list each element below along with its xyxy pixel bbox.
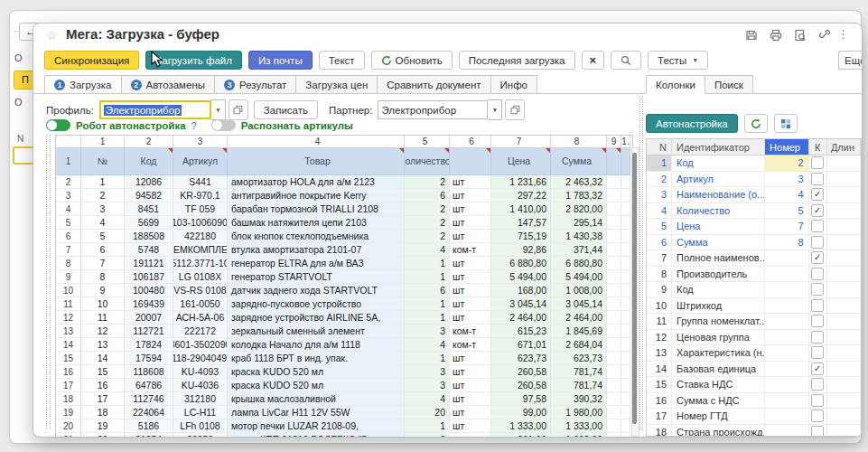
- toolbar-button-5[interactable]: Обновить: [371, 51, 453, 70]
- qty-cell[interactable]: 1: [405, 297, 450, 311]
- code-cell[interactable]: 118608: [125, 365, 173, 379]
- row-number-cell[interactable]: 18: [56, 392, 81, 406]
- sum-cell[interactable]: 3 045,14: [551, 297, 607, 311]
- price-cell[interactable]: 623,73: [491, 352, 551, 365]
- column-header[interactable]: Цена: [491, 148, 551, 175]
- num-cell[interactable]: 5: [81, 230, 125, 243]
- article-cell[interactable]: KU-4036: [173, 379, 228, 392]
- checkbox[interactable]: [811, 426, 824, 437]
- product-cell[interactable]: зарядно-пусковое устройство: [228, 297, 405, 311]
- panel-tab-1[interactable]: Колонки: [646, 75, 705, 94]
- empty-cell[interactable]: [621, 338, 630, 352]
- row-number-cell[interactable]: 9: [56, 270, 81, 284]
- identifier-cell[interactable]: Страна происхожд...: [672, 425, 765, 438]
- empty-cell[interactable]: [607, 392, 621, 406]
- number-cell[interactable]: 8: [765, 235, 808, 251]
- empty-cell[interactable]: [621, 243, 630, 257]
- price-cell[interactable]: 715,19: [491, 230, 551, 243]
- product-cell[interactable]: краска KUDO 520 мл: [228, 379, 405, 392]
- number-cell[interactable]: [765, 330, 808, 346]
- price-cell[interactable]: 168,00: [491, 284, 551, 297]
- empty-cell[interactable]: [621, 419, 630, 433]
- num-cell[interactable]: 11: [81, 311, 125, 325]
- code-cell[interactable]: 112746: [125, 392, 173, 406]
- product-cell[interactable]: мотор печки LUZAR 2108-09,: [228, 419, 405, 433]
- code-cell[interactable]: 17824: [125, 338, 173, 352]
- checkbox-header[interactable]: К: [809, 139, 827, 155]
- row-number-cell[interactable]: 3: [56, 189, 81, 202]
- sum-cell[interactable]: 2 684,04: [551, 338, 607, 352]
- column-header[interactable]: Товар: [228, 148, 405, 175]
- sum-cell[interactable]: 371,44: [551, 243, 607, 257]
- qty-cell[interactable]: 2: [405, 216, 450, 230]
- length-cell[interactable]: [827, 187, 861, 203]
- identifier-cell[interactable]: Группа номенклат...: [672, 314, 765, 330]
- product-cell[interactable]: башмак натяжителя цепи 2103: [228, 216, 405, 230]
- column-number[interactable]: 9: [607, 136, 621, 148]
- more-button[interactable]: Ещё: [838, 51, 862, 70]
- column-number[interactable]: 6: [450, 136, 491, 148]
- code-cell[interactable]: 31354: [125, 433, 173, 438]
- empty-cell[interactable]: [607, 433, 621, 438]
- toolbar-button-3[interactable]: Из почты: [248, 51, 313, 70]
- article-cell[interactable]: 1118-2904049Р: [173, 352, 228, 365]
- price-cell[interactable]: 2 464,00: [491, 311, 551, 325]
- tab-4[interactable]: Загрузка цен: [296, 75, 378, 94]
- qty-cell[interactable]: 3: [405, 325, 450, 338]
- number-cell[interactable]: [765, 282, 808, 298]
- product-cell[interactable]: краб 1118 БРТ в инд. упак.: [228, 352, 405, 365]
- length-cell[interactable]: [827, 345, 861, 362]
- code-cell[interactable]: 112721: [125, 325, 173, 338]
- length-cell[interactable]: [827, 330, 861, 346]
- number-cell[interactable]: [765, 425, 808, 438]
- num-cell[interactable]: 10: [81, 297, 125, 311]
- unit-cell[interactable]: ком-т: [450, 338, 491, 352]
- qty-cell[interactable]: 20: [405, 406, 450, 419]
- sum-cell[interactable]: 1 333,00: [551, 419, 607, 433]
- code-cell[interactable]: 100480: [125, 284, 173, 297]
- length-cell[interactable]: [827, 250, 861, 267]
- sum-cell[interactable]: 5 494,00: [551, 270, 607, 284]
- n-cell[interactable]: 10: [647, 298, 672, 315]
- price-cell[interactable]: 1 410,00: [491, 202, 551, 216]
- code-cell[interactable]: 191121: [125, 257, 173, 270]
- identifier-cell[interactable]: Ставка НДС: [672, 377, 765, 393]
- column-number[interactable]: 1.: [621, 136, 630, 148]
- identifier-cell[interactable]: Базовая единица: [672, 362, 765, 378]
- empty-cell[interactable]: [621, 433, 630, 438]
- product-cell[interactable]: барабан тормозной TRIALLI 2108: [228, 202, 405, 216]
- preview-icon[interactable]: [794, 29, 807, 42]
- checkbox[interactable]: [811, 331, 824, 344]
- num-cell[interactable]: 16: [81, 379, 125, 392]
- length-cell[interactable]: [827, 172, 861, 188]
- num-cell[interactable]: 2: [81, 189, 125, 202]
- product-cell[interactable]: генератор STARTVOLT: [228, 270, 405, 284]
- toolbar-button-1[interactable]: Синхронизация: [44, 51, 139, 70]
- n-cell[interactable]: 14: [647, 362, 672, 378]
- empty-cell[interactable]: [607, 311, 621, 325]
- identifier-cell[interactable]: Сумма: [672, 235, 765, 251]
- price-cell[interactable]: 6 880,80: [491, 257, 551, 270]
- unit-cell[interactable]: шт: [450, 216, 491, 230]
- empty-cell[interactable]: [621, 392, 630, 406]
- sum-cell[interactable]: 390,32: [551, 392, 607, 406]
- row-number-cell[interactable]: 1: [56, 148, 81, 175]
- number-cell[interactable]: [765, 298, 808, 315]
- column-number[interactable]: 5: [405, 136, 450, 148]
- sum-cell[interactable]: 1 980,00: [551, 406, 607, 419]
- column-header[interactable]: [621, 148, 630, 175]
- number-cell[interactable]: [765, 393, 808, 410]
- price-cell[interactable]: 97,58: [491, 392, 551, 406]
- code-cell[interactable]: 188508: [125, 230, 173, 243]
- product-cell[interactable]: колодка Начало для а/м 1118: [228, 338, 405, 352]
- number-cell[interactable]: [765, 377, 808, 393]
- empty-cell[interactable]: [607, 202, 621, 216]
- price-cell[interactable]: 801,00: [491, 433, 551, 438]
- open-link-icon[interactable]: [505, 99, 525, 120]
- empty-cell[interactable]: [607, 284, 621, 297]
- column-header[interactable]: [607, 148, 621, 175]
- menu-dots-icon[interactable]: ⋮: [837, 27, 849, 41]
- article-cell[interactable]: KU-4093: [173, 365, 228, 379]
- row-number-cell[interactable]: 6: [56, 230, 81, 243]
- price-cell[interactable]: 5 494,00: [491, 270, 551, 284]
